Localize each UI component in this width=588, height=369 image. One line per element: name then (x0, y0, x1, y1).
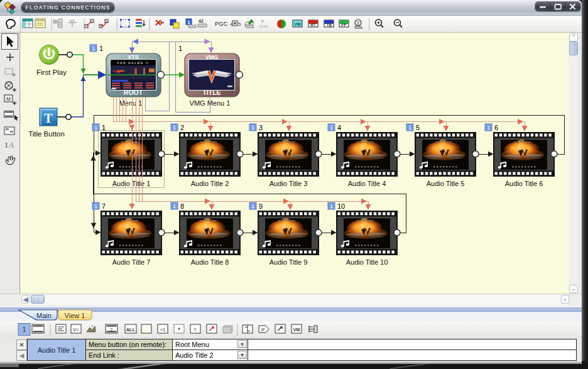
svg-text:1: 1 (23, 326, 26, 333)
svg-text:9: 9 (259, 202, 263, 210)
svg-text:IF: IF (261, 328, 265, 332)
svg-text:7: 7 (102, 202, 106, 210)
svg-text:V=: V= (73, 327, 79, 333)
svg-text:1: 1 (330, 124, 333, 131)
svg-text:1: 1 (251, 203, 254, 209)
svg-text:1: 1 (408, 124, 411, 131)
svg-text:5: 5 (416, 124, 420, 131)
svg-text:1: 1 (178, 45, 182, 52)
svg-text:VM: VM (293, 328, 300, 332)
svg-text:Audio Title 5: Audio Title 5 (427, 180, 465, 187)
svg-text:Audio Title 10: Audio Title 10 (346, 258, 388, 266)
svg-text:Audio Title 7: Audio Title 7 (112, 258, 151, 266)
svg-text:RT: RT (310, 23, 316, 27)
svg-text:3: 3 (259, 124, 263, 131)
svg-text:1: 1 (94, 203, 97, 209)
svg-text:1: 1 (92, 45, 95, 52)
svg-text:2: 2 (180, 124, 184, 131)
svg-text:A: A (8, 140, 14, 150)
svg-text:I: I (5, 140, 8, 150)
svg-text:1: 1 (330, 203, 333, 209)
svg-text:1: 1 (94, 124, 97, 131)
svg-text:ALL: ALL (126, 327, 136, 333)
svg-text:T: T (44, 111, 53, 125)
svg-text:1: 1 (173, 203, 176, 209)
svg-text:Audio Title 2: Audio Title 2 (191, 180, 229, 187)
svg-text:FP: FP (341, 23, 347, 27)
svg-text:+1: +1 (160, 327, 166, 333)
svg-text:1: 1 (99, 45, 103, 52)
svg-text:2: 2 (111, 328, 113, 332)
svg-text:VAN HALEN II: VAN HALEN II (117, 61, 149, 65)
svg-text:PGC: PGC (215, 20, 228, 27)
svg-text:Main: Main (36, 312, 52, 319)
svg-text:VM: VM (294, 22, 301, 26)
svg-text:Audio Title 4: Audio Title 4 (348, 180, 386, 187)
svg-text:1: 1 (487, 124, 490, 131)
svg-text:8: 8 (180, 202, 184, 210)
svg-text:6: 6 (494, 124, 498, 131)
svg-text:Audio Title 6: Audio Title 6 (505, 180, 543, 187)
svg-text:5: 5 (238, 21, 241, 27)
svg-text:First Play: First Play (36, 69, 67, 76)
svg-text:Audio Title 3: Audio Title 3 (270, 180, 308, 187)
svg-text:2: 2 (357, 21, 359, 25)
svg-text:?: ? (261, 19, 264, 25)
svg-text:Title Button: Title Button (28, 130, 65, 138)
svg-text:Audio Title 9: Audio Title 9 (270, 258, 308, 266)
svg-text:View 1: View 1 (65, 312, 85, 319)
svg-text:1: 1 (251, 124, 254, 131)
svg-text:1: 1 (102, 124, 106, 131)
svg-text:?:: ?: (193, 327, 197, 333)
svg-text:♫: ♫ (91, 324, 94, 328)
svg-text:Audio Title 8: Audio Title 8 (191, 258, 229, 266)
svg-text:1: 1 (173, 124, 176, 131)
svg-text:1: 1 (187, 19, 190, 25)
svg-text:Audio Title 1: Audio Title 1 (112, 180, 151, 187)
svg-text:10: 10 (337, 202, 345, 210)
svg-text:4: 4 (337, 124, 341, 131)
svg-text:M: M (6, 96, 11, 102)
svg-text:TB: TB (326, 23, 332, 27)
svg-text:42: 42 (199, 19, 204, 23)
svg-text:0100: 0100 (259, 25, 268, 28)
